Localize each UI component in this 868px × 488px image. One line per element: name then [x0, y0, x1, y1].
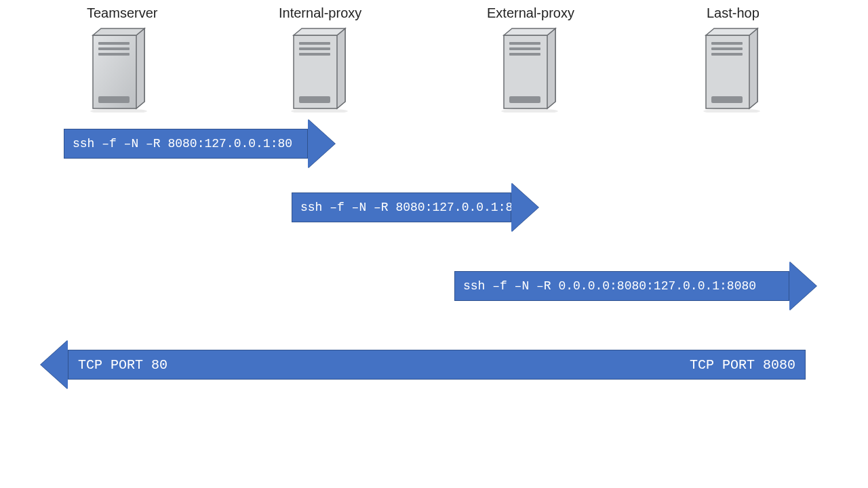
svg-point-19 [703, 108, 760, 113]
arrow-hop3: ssh –f –N –R 0.0.0.0:8080:127.0.0.1:8080 [454, 262, 816, 310]
svg-rect-16 [711, 47, 743, 50]
svg-rect-2 [98, 53, 130, 56]
command-hop1: ssh –f –N –R 8080:127.0.0.1:80 [64, 129, 308, 159]
svg-rect-8 [299, 96, 330, 103]
server-icon-last-hop [702, 26, 762, 113]
svg-rect-15 [711, 42, 743, 45]
svg-rect-6 [299, 47, 330, 50]
arrow-right-icon [511, 183, 538, 232]
arrow-hop2: ssh –f –N –R 8080:127.0.0.1:8080 [292, 183, 538, 232]
svg-rect-17 [711, 53, 743, 56]
arrow-right-icon [308, 119, 335, 168]
svg-rect-12 [509, 53, 540, 56]
label-external-proxy: External-proxy [487, 5, 574, 21]
return-right-label: TCP PORT 8080 [690, 357, 795, 373]
svg-point-9 [291, 108, 348, 113]
svg-rect-11 [509, 47, 540, 50]
command-hop2: ssh –f –N –R 8080:127.0.0.1:8080 [292, 192, 511, 222]
server-icon-teamserver [89, 26, 149, 113]
label-last-hop: Last-hop [707, 5, 760, 21]
arrow-hop1: ssh –f –N –R 8080:127.0.0.1:80 [64, 119, 335, 168]
server-icon-internal-proxy [290, 26, 349, 113]
svg-rect-13 [509, 96, 540, 103]
svg-rect-7 [299, 53, 330, 56]
label-internal-proxy: Internal-proxy [279, 5, 361, 21]
svg-rect-18 [711, 96, 743, 103]
svg-rect-10 [509, 42, 540, 45]
return-left-label: TCP PORT 80 [78, 357, 167, 373]
svg-rect-0 [98, 42, 130, 45]
svg-rect-5 [299, 42, 330, 45]
arrow-left-icon [41, 340, 68, 389]
command-hop3: ssh –f –N –R 0.0.0.0:8080:127.0.0.1:8080 [454, 271, 789, 301]
arrow-right-icon [789, 262, 816, 310]
label-teamserver: Teamserver [87, 5, 157, 21]
svg-point-14 [501, 108, 558, 113]
arrow-return: TCP PORT 80 TCP PORT 8080 [41, 340, 806, 389]
server-icon-external-proxy [500, 26, 559, 113]
svg-rect-1 [98, 47, 130, 50]
svg-point-4 [90, 108, 147, 113]
svg-rect-3 [98, 96, 130, 103]
